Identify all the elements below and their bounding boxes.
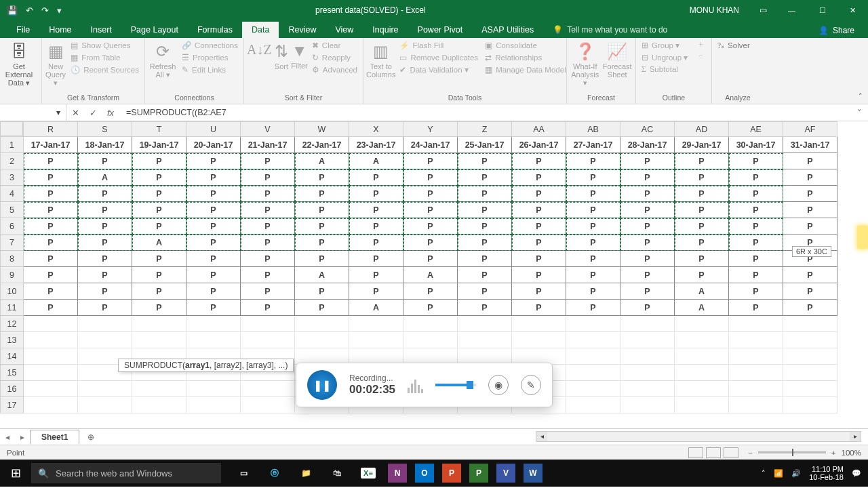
- tab-formulas[interactable]: Formulas: [188, 22, 242, 38]
- date-header-cell[interactable]: 27-Jan-17: [566, 137, 620, 153]
- data-cell[interactable]: P: [566, 186, 620, 202]
- empty-cell[interactable]: [620, 365, 675, 381]
- empty-cell[interactable]: [566, 397, 620, 413]
- data-cell[interactable]: P: [675, 251, 729, 267]
- empty-cell[interactable]: [78, 381, 132, 397]
- data-cell[interactable]: P: [24, 186, 78, 202]
- empty-cell[interactable]: [78, 332, 132, 348]
- tab-inquire[interactable]: Inquire: [363, 22, 408, 38]
- volume-icon[interactable]: 🔊: [791, 469, 801, 478]
- data-cell[interactable]: P: [458, 283, 512, 300]
- data-cell[interactable]: P: [566, 218, 620, 235]
- empty-cell[interactable]: [132, 397, 186, 413]
- tab-review[interactable]: Review: [279, 22, 326, 38]
- empty-cell[interactable]: [675, 332, 729, 348]
- save-icon[interactable]: 💾: [7, 5, 18, 16]
- data-cell[interactable]: P: [78, 235, 132, 251]
- data-cell[interactable]: P: [458, 153, 512, 169]
- refresh-all-button[interactable]: ⟳Refresh All ▾: [148, 40, 178, 79]
- data-cell[interactable]: P: [566, 283, 620, 300]
- tab-insert[interactable]: Insert: [81, 22, 121, 38]
- empty-cell[interactable]: [186, 332, 241, 348]
- data-cell[interactable]: P: [78, 153, 132, 169]
- edit-links-button[interactable]: ✎Edit Links: [179, 64, 241, 75]
- data-cell[interactable]: P: [78, 202, 132, 218]
- row-header[interactable]: 11: [1, 300, 24, 316]
- recent-sources-button[interactable]: 🕓Recent Sources: [68, 64, 142, 75]
- empty-cell[interactable]: [783, 365, 837, 381]
- data-validation-button[interactable]: ✔Data Validation ▾: [397, 64, 481, 75]
- data-cell[interactable]: P: [132, 267, 186, 283]
- data-cell[interactable]: P: [566, 169, 620, 186]
- data-cell[interactable]: P: [132, 153, 186, 169]
- project-app[interactable]: P: [469, 464, 488, 483]
- data-cell[interactable]: P: [186, 202, 241, 218]
- ungroup-button[interactable]: ⊟Ungroup ▾: [639, 52, 690, 63]
- date-header-cell[interactable]: 18-Jan-17: [78, 137, 132, 153]
- empty-cell[interactable]: [349, 316, 403, 332]
- data-cell[interactable]: P: [403, 153, 458, 169]
- data-cell[interactable]: A: [295, 267, 349, 283]
- data-cell[interactable]: P: [295, 186, 349, 202]
- empty-cell[interactable]: [458, 316, 512, 332]
- taskbar-search[interactable]: 🔍 Search the web and Windows: [31, 463, 221, 483]
- solver-button[interactable]: ?ₓSolver: [715, 40, 753, 51]
- data-cell[interactable]: P: [78, 283, 132, 300]
- data-cell[interactable]: P: [24, 202, 78, 218]
- start-button[interactable]: ⊞: [0, 466, 31, 481]
- data-cell[interactable]: P: [295, 235, 349, 251]
- tab-power-pivot[interactable]: Power Pivot: [408, 22, 473, 38]
- date-header-cell[interactable]: 26-Jan-17: [512, 137, 566, 153]
- row-header[interactable]: 13: [1, 332, 24, 348]
- data-cell[interactable]: P: [458, 300, 512, 316]
- data-cell[interactable]: P: [458, 186, 512, 202]
- data-cell[interactable]: P: [295, 202, 349, 218]
- zoom-in-button[interactable]: +: [831, 449, 836, 457]
- data-cell[interactable]: P: [349, 235, 403, 251]
- insert-function-button[interactable]: fx: [102, 108, 119, 118]
- empty-cell[interactable]: [729, 348, 783, 365]
- data-cell[interactable]: P: [512, 186, 566, 202]
- page-break-view-button[interactable]: [724, 447, 738, 458]
- tab-asap-utilities[interactable]: ASAP Utilities: [472, 22, 543, 38]
- tell-me-search[interactable]: 💡 Tell me what you want to do: [543, 22, 677, 38]
- empty-cell[interactable]: [24, 332, 78, 348]
- data-cell[interactable]: P: [403, 283, 458, 300]
- data-cell[interactable]: P: [512, 202, 566, 218]
- column-header[interactable]: T: [132, 122, 186, 137]
- data-cell[interactable]: P: [403, 169, 458, 186]
- data-cell[interactable]: P: [24, 300, 78, 316]
- data-cell[interactable]: P: [620, 251, 675, 267]
- empty-cell[interactable]: [620, 397, 675, 413]
- data-cell[interactable]: P: [675, 202, 729, 218]
- edge-app[interactable]: ⓔ: [259, 460, 290, 487]
- clock[interactable]: 11:10 PM 10-Feb-18: [809, 465, 844, 481]
- empty-cell[interactable]: [566, 332, 620, 348]
- empty-cell[interactable]: [729, 332, 783, 348]
- date-header-cell[interactable]: 31-Jan-17: [783, 137, 837, 153]
- empty-cell[interactable]: [24, 348, 78, 365]
- consolidate-button[interactable]: ▣Consolidate: [482, 40, 569, 51]
- data-cell[interactable]: P: [241, 202, 295, 218]
- date-header-cell[interactable]: 22-Jan-17: [295, 137, 349, 153]
- data-cell[interactable]: P: [458, 202, 512, 218]
- row-header[interactable]: 5: [1, 202, 24, 218]
- empty-cell[interactable]: [24, 397, 78, 413]
- empty-cell[interactable]: [349, 332, 403, 348]
- data-cell[interactable]: P: [729, 300, 783, 316]
- empty-cell[interactable]: [675, 397, 729, 413]
- empty-cell[interactable]: [186, 316, 241, 332]
- select-all-button[interactable]: [0, 121, 23, 136]
- row-header[interactable]: 3: [1, 169, 24, 186]
- date-header-cell[interactable]: 20-Jan-17: [186, 137, 241, 153]
- clear-button[interactable]: ✖Clear: [309, 40, 360, 51]
- data-cell[interactable]: P: [186, 218, 241, 235]
- empty-cell[interactable]: [620, 332, 675, 348]
- data-cell[interactable]: P: [675, 235, 729, 251]
- zoom-out-button[interactable]: −: [748, 449, 753, 457]
- word-app[interactable]: W: [524, 464, 542, 483]
- connections-button[interactable]: 🔗Connections: [179, 40, 241, 51]
- data-cell[interactable]: P: [783, 153, 837, 169]
- empty-cell[interactable]: [132, 316, 186, 332]
- data-cell[interactable]: P: [783, 169, 837, 186]
